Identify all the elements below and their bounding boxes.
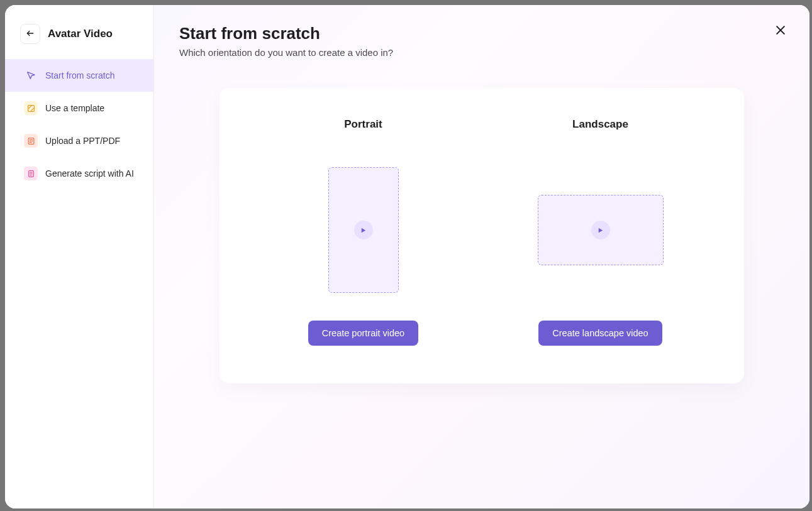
create-portrait-button[interactable]: Create portrait video <box>308 321 418 346</box>
sidebar-title: Avatar Video <box>48 28 113 40</box>
svg-marker-13 <box>599 228 603 232</box>
sidebar-item-label: Use a template <box>45 103 104 113</box>
sidebar-item-template[interactable]: Use a template <box>5 92 153 124</box>
cursor-icon <box>24 69 38 82</box>
svg-marker-12 <box>362 228 365 232</box>
page-subtitle: Which orientation do you want to create … <box>179 47 784 58</box>
landscape-preview[interactable] <box>538 195 664 265</box>
create-landscape-button[interactable]: Create landscape video <box>538 321 662 346</box>
play-icon <box>591 221 610 239</box>
sidebar-item-upload[interactable]: Upload a PPT/PDF <box>5 124 153 157</box>
portrait-preview-area <box>328 167 399 293</box>
sidebar-item-label: Generate script with AI <box>45 168 134 179</box>
landscape-option: Landscape Create landscape video <box>488 118 713 346</box>
content-area: Start from scratch Which orientation do … <box>154 5 809 508</box>
landscape-title: Landscape <box>572 118 628 131</box>
template-icon <box>24 101 38 115</box>
sidebar-header: Avatar Video <box>5 5 153 59</box>
sidebar-nav: Start from scratch Use a template Upload… <box>5 59 153 190</box>
ai-script-icon <box>24 167 38 180</box>
sidebar-item-label: Start from scratch <box>45 70 114 80</box>
play-icon <box>354 221 373 239</box>
sidebar-item-scratch[interactable]: Start from scratch <box>5 59 153 92</box>
document-icon <box>24 134 38 148</box>
close-button[interactable] <box>772 23 789 40</box>
portrait-preview[interactable] <box>328 167 399 293</box>
portrait-title: Portrait <box>344 118 382 131</box>
sidebar: Avatar Video Start from scratch Use a te… <box>5 5 154 508</box>
modal-container: Avatar Video Start from scratch Use a te… <box>5 5 809 508</box>
portrait-option: Portrait Create portrait video <box>251 118 476 346</box>
landscape-preview-area <box>538 167 664 293</box>
sidebar-item-ai[interactable]: Generate script with AI <box>5 157 153 190</box>
sidebar-item-label: Upload a PPT/PDF <box>45 136 120 146</box>
back-button[interactable] <box>20 24 40 44</box>
close-icon <box>774 24 787 39</box>
orientation-card: Portrait Create portrait video Landscape <box>220 88 744 383</box>
page-title: Start from scratch <box>179 24 784 43</box>
arrow-left-icon <box>26 29 35 40</box>
